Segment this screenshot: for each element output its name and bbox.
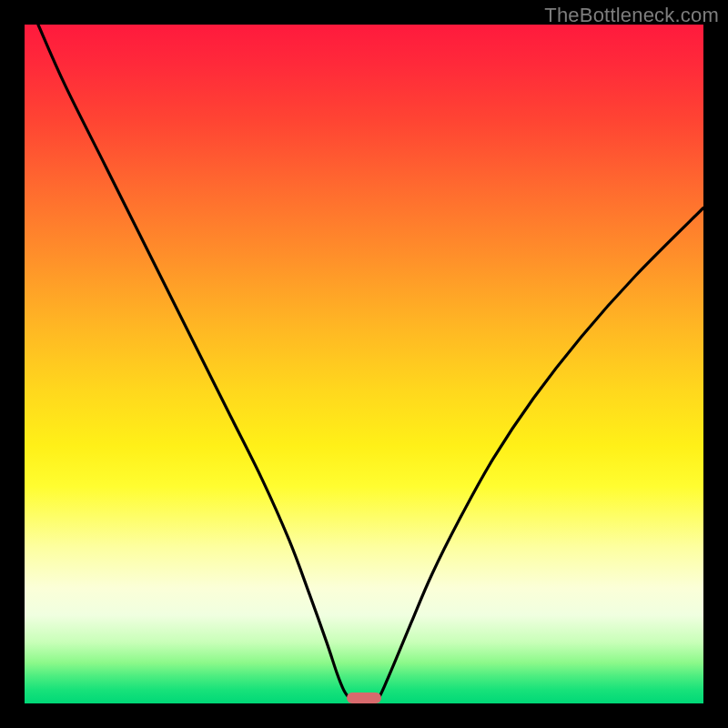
plot-area: [25, 25, 703, 703]
left-curve: [38, 25, 349, 698]
bottleneck-indicator: [347, 693, 380, 703]
right-curve: [379, 207, 703, 698]
chart-frame: TheBottleneck.com: [0, 0, 728, 728]
curves-layer: [25, 25, 703, 703]
